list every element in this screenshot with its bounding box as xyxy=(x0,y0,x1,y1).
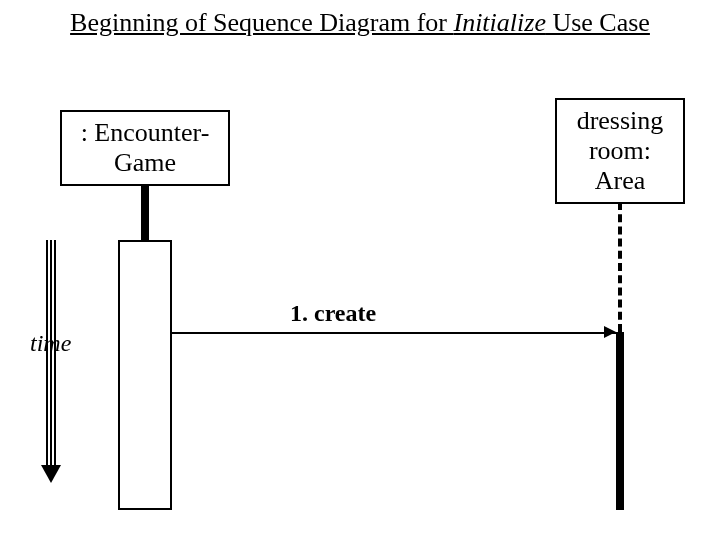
message-create-line xyxy=(172,332,616,334)
object-encounter-game: : Encounter- Game xyxy=(60,110,230,186)
activation-encounter xyxy=(118,240,172,510)
object-dressing-room-area: dressing room: Area xyxy=(555,98,685,204)
object-encounter-line2: Game xyxy=(72,148,218,178)
time-arrow-head-icon xyxy=(41,465,61,483)
sequence-diagram: Beginning of Sequence Diagram for Initia… xyxy=(0,0,720,540)
message-create-arrowhead-icon xyxy=(604,326,616,338)
object-dressing-line1: dressing xyxy=(567,106,673,136)
diagram-title: Beginning of Sequence Diagram for Initia… xyxy=(0,8,720,38)
object-dressing-line2: room: xyxy=(567,136,673,166)
title-post: Use Case xyxy=(546,8,650,37)
title-pre: Beginning of Sequence Diagram for xyxy=(70,8,453,37)
object-dressing-line3: Area xyxy=(567,166,673,196)
lifeline-dressing-solid xyxy=(616,332,624,510)
object-encounter-line1: : Encounter- xyxy=(72,118,218,148)
lifeline-dressing-dashed xyxy=(618,202,622,332)
lifeline-encounter-top xyxy=(141,184,149,240)
message-create-label: 1. create xyxy=(290,300,376,327)
title-ital: Initialize xyxy=(453,8,545,37)
time-arrow-stem xyxy=(50,240,52,465)
